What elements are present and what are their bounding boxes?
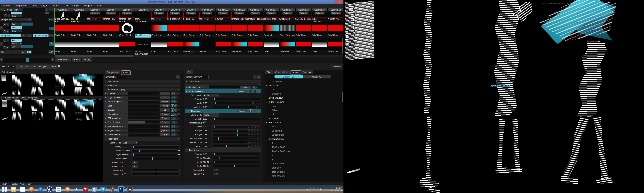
column-header-button[interactable]: Column 6 [135,8,151,11]
param-slider[interactable] [132,173,180,176]
clip-label[interactable]: holz_stangen [167,18,183,23]
slider-handle[interactable] [214,153,215,155]
clip-label[interactable]: Solid Color [248,34,263,37]
menu-item[interactable]: Composition [12,4,29,7]
param-slider[interactable] [132,169,180,172]
clip-label[interactable]: Kruizen-13 [280,18,295,23]
pause-button[interactable]: Pause [50,65,56,68]
slider-handle[interactable] [214,98,215,100]
layer3-v-toggle[interactable]: V [20,45,33,48]
clip-cell[interactable]: Relocate lr switch [216,12,231,18]
param-row[interactable]: Opacity ▼ 1.00 - + [185,97,261,101]
composition-x-button[interactable]: X [0,8,3,11]
clip-cell[interactable]: Relocate Solid Color [168,38,183,50]
clip-cell[interactable]: Relocate holz_stangen [168,12,183,18]
param-row[interactable]: Position Y ▼ 0 - + [104,164,180,168]
clip-cell[interactable]: Relocate Solid Color [248,38,263,50]
clip-cell[interactable]: Relocate lensflare_dots01 [232,12,247,18]
relocate-button[interactable]: Relocate [266,12,276,14]
effects-tree-item[interactable]: ▾ Exposure [265,116,342,120]
effect-opacity-slider[interactable] [128,96,159,99]
resync-button[interactable]: Resync [39,65,46,68]
menu-icon[interactable]: ≡ [258,86,261,88]
tray-sync-icon[interactable]: ♻ [317,188,318,191]
column-header-button[interactable]: Column 3 [87,8,103,11]
effects-tree-item[interactable]: ▾ full on [265,108,342,112]
clip-label[interactable]: Solid Color [248,50,263,55]
param-value[interactable]: 0 [203,173,212,175]
clip-label[interactable]: lensflare_dots01 [231,18,247,23]
param-value[interactable]: 1.00 [203,98,212,100]
effect-preset-button[interactable]: Presets [160,104,170,107]
taskbar-icon[interactable] [28,186,35,193]
tray-flag-icon[interactable]: ⚑ [313,188,315,191]
effect-opacity-slider[interactable] [128,117,159,120]
effect-bypass-button[interactable]: B [171,125,174,128]
effect-opacity-slider[interactable] [128,109,159,111]
taskbar-icon[interactable] [90,186,98,193]
tab-composition[interactable]: Composition [105,70,120,74]
output-monitor-view[interactable] [0,74,104,96]
taskbar-icon[interactable]: 4 [73,186,80,193]
effect-row[interactable]: ▸Edge Detection off B X ≡ [104,96,180,100]
param-value[interactable]: 800.00 [122,154,132,156]
effect-opacity-slider[interactable] [128,125,159,128]
clip-label[interactable]: HD Pro Webcam ... [71,18,86,23]
menu-icon[interactable]: ≡ [178,109,180,111]
relocate-button[interactable]: Relocate [186,12,196,14]
clip-label[interactable]: Static Generator [280,34,295,37]
layer3-b-button[interactable]: B [27,51,30,53]
effect-preset-button[interactable]: Presets [160,125,170,128]
clip-label[interactable]: Lines [103,50,119,55]
menu-icon[interactable]: ≡ [178,125,180,128]
layer2-down-button[interactable]: ▼ [6,29,8,33]
grid-horizontal-scrollbar[interactable] [55,55,344,57]
clip-cell[interactable]: Relocate h_glitch_06 [328,12,344,18]
composition-button[interactable]: Composition [6,8,22,11]
menu-item[interactable]: Clip [62,4,70,7]
menu-icon[interactable]: ≡ [258,110,260,112]
slider-handle[interactable] [139,150,140,152]
tray-expand-icon[interactable]: ▲ [306,188,308,190]
menu-icon[interactable]: ≡ [178,96,180,99]
tray-speaker-icon[interactable]: ◁ [327,188,328,191]
clip-cell[interactable]: Relocate Solid Color [296,38,312,50]
param-value[interactable]: 0.51 [203,130,212,132]
taskbar-icon[interactable] [1,186,8,193]
column-header-button[interactable]: Column 11 [216,8,231,11]
clip-label[interactable]: Gradients [232,50,247,55]
menu-icon[interactable]: ≡ [178,100,180,103]
tray-battery-icon[interactable]: ▮ [320,188,322,191]
deck-tab-beatbaum[interactable]: beatbaum [56,57,71,62]
clip-label[interactable]: Solid Color [328,50,344,55]
param-slider[interactable] [212,141,260,144]
clip-name-input[interactable]: SpoutReceiver2 [185,75,208,79]
effect-group-header-edge-detection[interactable]: ▾ Edge Detection Presets B X ≡ [185,89,261,93]
layer3-up-button[interactable]: ▲ [6,39,8,42]
effect-group-header-ffglvolume[interactable]: ▾ FFGLVolume Presets B X ≡ [185,109,261,113]
clip-cell[interactable]: Relocate Gradients [264,22,280,34]
param-slider[interactable] [212,161,260,163]
column-header-button[interactable]: Column 9 [183,8,199,11]
effect-remove-button[interactable]: X [254,109,256,112]
effect-preset-button[interactable]: off [160,92,170,95]
bpm-value[interactable]: 122.28 [8,64,14,69]
clip-cell[interactable]: Relocate Lines [151,38,167,50]
param-value[interactable]: 0 [122,165,132,168]
effect-preset-button[interactable]: Presets [160,113,170,116]
tab-clip[interactable]: Clip [186,70,193,74]
taskbar-icon[interactable]: CINDER [126,186,134,193]
master-button[interactable]: M [45,8,48,11]
param-row[interactable]: Scale 100.0... - + [185,164,261,168]
effect-name[interactable]: ▸Colorize [104,91,128,95]
effect-opacity-slider[interactable] [128,105,159,107]
clip-label[interactable]: h_glitch_05 [183,18,199,23]
clip-cell[interactable]: Relocate sOm-SineWave1D [135,38,151,50]
column-header-button[interactable]: Column 16 [296,8,312,11]
effects-tree-item[interactable]: ▾ 1 [265,141,342,145]
relocate-button[interactable]: Relocate [298,12,308,14]
column-header-button[interactable]: Column 15 [280,8,295,11]
effects-tree-item[interactable]: ▾ Dr. Bibber [265,79,342,83]
slider-handle[interactable] [156,173,156,175]
menu-icon[interactable]: ≡ [178,105,180,107]
